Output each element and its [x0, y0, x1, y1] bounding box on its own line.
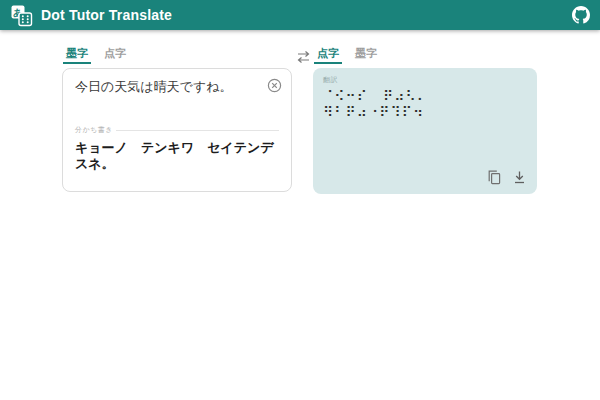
- swap-direction-button[interactable]: [295, 50, 312, 64]
- output-tabs: 点字 墨字: [313, 47, 537, 64]
- download-icon: [513, 170, 526, 185]
- wakachigaki-text: キョーノ テンキワ セイテンデスネ。: [75, 140, 279, 172]
- tab-sumiji-source[interactable]: 墨字: [63, 47, 91, 64]
- tab-tenji-source[interactable]: 点字: [101, 47, 129, 64]
- tab-sumiji-output[interactable]: 墨字: [352, 47, 380, 64]
- wakachigaki-section: 分かち書き キョーノ テンキワ セイテンデスネ。: [75, 125, 279, 172]
- translation-label: 翻訳: [323, 75, 527, 85]
- content-copy-icon: [487, 170, 501, 185]
- app-logo-icon: あ: [10, 4, 33, 27]
- app-title: Dot Tutor Translate: [41, 7, 172, 23]
- wakachigaki-header: 分かち書き: [75, 125, 279, 135]
- cancel-circle-icon: [267, 78, 282, 93]
- source-text-input[interactable]: 今日の天気は晴天ですね。: [75, 79, 279, 95]
- swap-horizontal-icon: [295, 50, 312, 64]
- output-actions: [487, 170, 526, 185]
- source-tabs: 墨字 点字: [62, 47, 292, 64]
- clear-input-button[interactable]: [267, 78, 282, 93]
- source-panel: 墨字 点字 今日の天気は晴天ですね。 分かち書き キョーノ テンキワ セイテンデ…: [62, 47, 292, 192]
- translation-output-box: 翻訳 ⠈⠪⠒⠎ ⠟⠴⠣⠄ ⠻⠃⠟⠴⠐⠟⠹⠏⠲: [313, 68, 537, 194]
- tab-tenji-output[interactable]: 点字: [314, 47, 342, 64]
- app-header: あ Dot Tutor Translate: [0, 0, 600, 30]
- main-content: 墨字 点字 今日の天気は晴天ですね。 分かち書き キョーノ テンキワ セイテンデ…: [0, 30, 600, 400]
- divider: [116, 130, 279, 131]
- copy-button[interactable]: [487, 170, 501, 185]
- braille-output-text: ⠈⠪⠒⠎ ⠟⠴⠣⠄ ⠻⠃⠟⠴⠐⠟⠹⠏⠲: [323, 88, 527, 120]
- wakachigaki-label: 分かち書き: [75, 125, 113, 135]
- source-card: 今日の天気は晴天ですね。 分かち書き キョーノ テンキワ セイテンデスネ。: [62, 68, 292, 192]
- github-link[interactable]: [572, 6, 590, 24]
- download-button[interactable]: [513, 170, 526, 185]
- output-panel: 点字 墨字 翻訳 ⠈⠪⠒⠎ ⠟⠴⠣⠄ ⠻⠃⠟⠴⠐⠟⠹⠏⠲: [313, 47, 537, 194]
- github-octocat-icon: [572, 6, 590, 24]
